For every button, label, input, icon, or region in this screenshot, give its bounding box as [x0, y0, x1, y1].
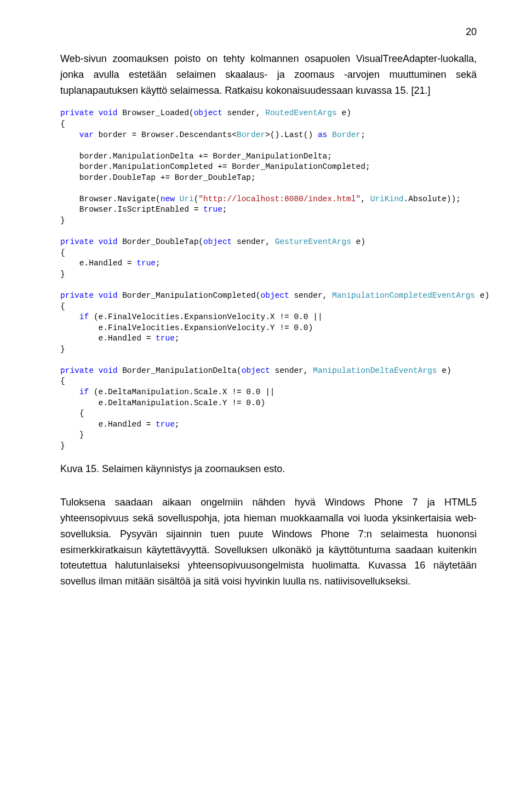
- figure-caption: Kuva 15. Selaimen käynnistys ja zoomauks…: [60, 461, 477, 477]
- document-page: 20 Web-sivun zoomauksen poisto on tehty …: [0, 0, 526, 632]
- page-number: 20: [60, 26, 477, 38]
- code-figure-listing: private void Browser_Loaded(object sende…: [60, 108, 477, 451]
- paragraph-2: Tuloksena saadaan aikaan ongelmiin nähde…: [60, 495, 477, 589]
- paragraph-1: Web-sivun zoomauksen poisto on tehty kol…: [60, 51, 477, 98]
